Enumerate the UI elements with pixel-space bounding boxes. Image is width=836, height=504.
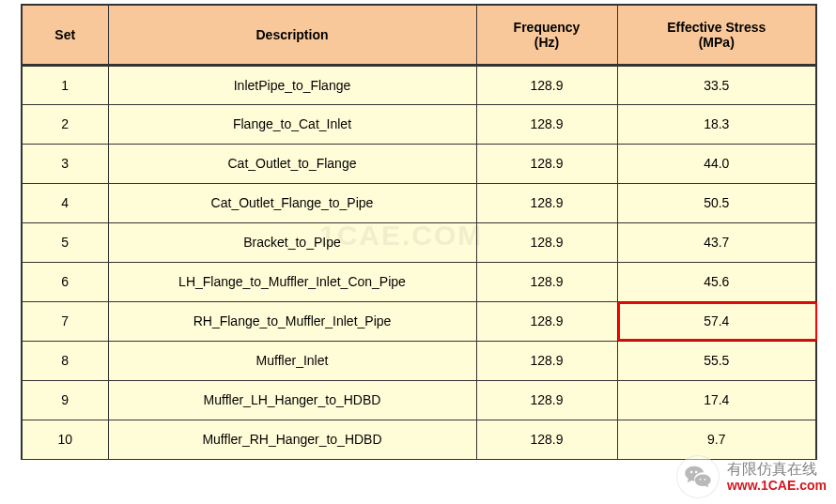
cell-stress: 50.5 xyxy=(617,183,816,222)
footer-cn-label: 有限仿真在线 xyxy=(727,460,817,478)
cell-description: RH_Flange_to_Muffler_Inlet_Pipe xyxy=(108,301,476,341)
header-stress-unit: (MPa) xyxy=(699,35,735,50)
wechat-icon xyxy=(676,455,720,498)
table-row: 4Cat_Outlet_Flange_to_Pipe128.950.5 xyxy=(22,183,816,222)
cell-description: Flange_to_Cat_Inlet xyxy=(108,104,476,144)
cell-description: Cat_Outlet_Flange_to_Pipe xyxy=(108,183,476,222)
header-frequency: Frequency (Hz) xyxy=(476,5,617,65)
cell-frequency: 128.9 xyxy=(476,222,617,262)
footer-url-label: www.1CAE.com xyxy=(727,478,827,494)
table-row: 5Bracket_to_PIpe128.943.7 xyxy=(22,222,816,262)
cell-frequency: 128.9 xyxy=(476,104,617,144)
header-freq-unit: (Hz) xyxy=(534,35,559,50)
header-stress-label: Effective Stress xyxy=(667,20,766,35)
cell-set: 7 xyxy=(22,301,108,341)
cell-stress: 44.0 xyxy=(617,144,816,183)
cell-description: Muffler_RH_Hanger_to_HDBD xyxy=(108,420,476,459)
cell-stress: 43.7 xyxy=(617,222,816,262)
table-row: 9Muffler_LH_Hanger_to_HDBD128.917.4 xyxy=(22,380,816,420)
table-row: 2Flange_to_Cat_Inlet128.918.3 xyxy=(22,104,816,144)
cell-frequency: 128.9 xyxy=(476,183,617,222)
data-table-container: Set Description Frequency (Hz) Effective… xyxy=(0,0,836,464)
cell-description: Bracket_to_PIpe xyxy=(108,222,476,262)
cell-frequency: 128.9 xyxy=(476,301,617,341)
header-freq-label: Frequency xyxy=(514,20,581,35)
footer-overlay: 有限仿真在线 www.1CAE.com xyxy=(667,450,836,504)
cell-stress: 33.5 xyxy=(617,65,816,104)
cell-frequency: 128.9 xyxy=(476,341,617,380)
cell-description: Muffler_Inlet xyxy=(108,341,476,380)
cell-description: Cat_Outlet_to_Flange xyxy=(108,144,476,183)
cell-set: 10 xyxy=(22,420,108,459)
cell-frequency: 128.9 xyxy=(476,144,617,183)
table-body: 1InletPipe_to_Flange128.933.52Flange_to_… xyxy=(22,65,816,459)
header-stress: Effective Stress (MPa) xyxy=(617,5,816,65)
header-description: Description xyxy=(108,5,476,65)
cell-set: 6 xyxy=(22,262,108,301)
highlight-box xyxy=(618,302,818,341)
cell-set: 3 xyxy=(22,144,108,183)
table-row: 7RH_Flange_to_Muffler_Inlet_Pipe128.957.… xyxy=(22,301,816,341)
cell-frequency: 128.9 xyxy=(476,420,617,459)
footer-text: 有限仿真在线 www.1CAE.com xyxy=(727,460,827,494)
stress-results-table: Set Description Frequency (Hz) Effective… xyxy=(21,4,817,460)
cell-set: 1 xyxy=(22,65,108,104)
table-row: 1InletPipe_to_Flange128.933.5 xyxy=(22,65,816,104)
cell-stress: 55.5 xyxy=(617,341,816,380)
cell-stress: 18.3 xyxy=(617,104,816,144)
table-row: 3Cat_Outlet_to_Flange128.944.0 xyxy=(22,144,816,183)
cell-set: 5 xyxy=(22,222,108,262)
table-header-row: Set Description Frequency (Hz) Effective… xyxy=(22,5,816,65)
cell-set: 8 xyxy=(22,341,108,380)
cell-frequency: 128.9 xyxy=(476,380,617,420)
header-set: Set xyxy=(22,5,108,65)
cell-description: LH_Flange_to_Muffler_Inlet_Con_Pipe xyxy=(108,262,476,301)
cell-stress: 57.4 xyxy=(617,301,816,341)
cell-description: Muffler_LH_Hanger_to_HDBD xyxy=(108,380,476,420)
table-row: 8Muffler_Inlet128.955.5 xyxy=(22,341,816,380)
cell-stress: 45.6 xyxy=(617,262,816,301)
cell-set: 2 xyxy=(22,104,108,144)
cell-frequency: 128.9 xyxy=(476,262,617,301)
table-row: 6LH_Flange_to_Muffler_Inlet_Con_Pipe128.… xyxy=(22,262,816,301)
cell-description: InletPipe_to_Flange xyxy=(108,65,476,104)
cell-set: 9 xyxy=(22,380,108,420)
cell-set: 4 xyxy=(22,183,108,222)
cell-frequency: 128.9 xyxy=(476,65,617,104)
cell-stress: 17.4 xyxy=(617,380,816,420)
